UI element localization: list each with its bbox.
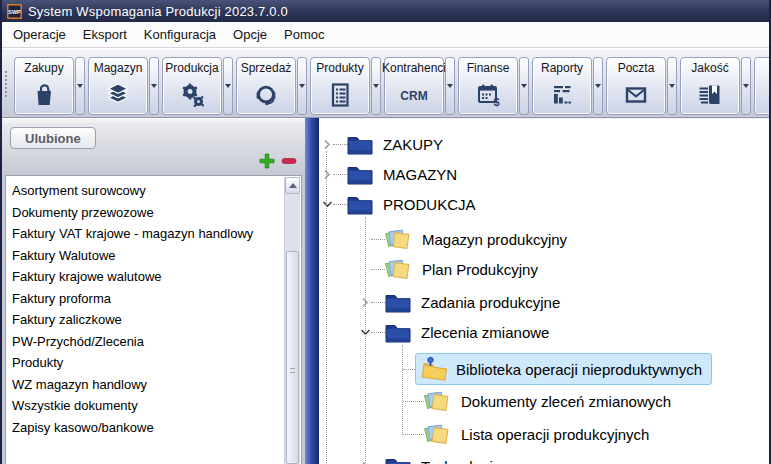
toolbar-button-label: Jakość xyxy=(691,61,728,75)
favorites-item-asortyment-surowcowy[interactable]: Asortyment surowcowy xyxy=(12,180,301,202)
favorites-item-dokumenty-przewozowe[interactable]: Dokumenty przewozowe xyxy=(12,202,301,224)
bar-chart-icon xyxy=(547,80,577,110)
toolbar-group-produkcja: Produkcja xyxy=(162,57,233,115)
menu-item-operacje[interactable]: Operacje xyxy=(6,24,73,45)
tree-item-biblioteka-operacji-nieproduktywnych[interactable]: Biblioteka operacji nieproduktywnych xyxy=(319,354,769,384)
titlebar: SWP System Wspomagania Produkcji 2023.7.… xyxy=(2,0,769,22)
toolbar-button-poczta[interactable]: Poczta xyxy=(606,57,666,115)
toolbar-dropdown-sprzedaż[interactable] xyxy=(297,57,307,115)
content-area: Ulubione Asortyment surowcowyDokumenty p… xyxy=(2,118,769,464)
favorites-item-wz-magazyn-handlowy[interactable]: WZ magazyn handlowy xyxy=(12,374,301,396)
tree-item-magazyn[interactable]: MAGAZYN xyxy=(319,159,769,189)
toolbar-button-zakupy[interactable]: Zakupy xyxy=(14,57,74,115)
menu-item-opcje[interactable]: Opcje xyxy=(226,24,274,45)
favorites-item-faktury-vat-krajowe-magazyn-handlowy[interactable]: Faktury VAT krajowe - magazyn handlowy xyxy=(12,223,301,245)
toolbar-button-kontrahenci[interactable]: KontrahenciCRM xyxy=(384,57,444,115)
swp-logo-icon: SWP xyxy=(7,4,22,19)
favorites-item-faktury-zaliczkowe[interactable]: Faktury zaliczkowe xyxy=(12,309,301,331)
tree-item-zadania-produkcyjne[interactable]: Zadania produkcyjne xyxy=(319,287,769,317)
chevron-down-icon xyxy=(77,84,83,88)
tree-item-produkcja[interactable]: PRODUKCJA xyxy=(319,189,769,219)
toolbar-button-sprzedaż[interactable]: Sprzedaż xyxy=(236,57,296,115)
toolbar-icon-holder: $ xyxy=(473,75,503,114)
scrollbar-thumb[interactable] xyxy=(286,251,299,464)
toolbar-button-jakość[interactable]: Jakość xyxy=(680,57,740,115)
tree-item-label: Dokumenty zleceń zmianowych xyxy=(461,393,671,410)
toolbar-button-label: Produkcja xyxy=(165,61,218,75)
envelope-icon xyxy=(621,80,651,110)
tree-item-zakupy[interactable]: ZAKUPY xyxy=(319,129,769,159)
toolbar-dropdown-produkcja[interactable] xyxy=(223,57,233,115)
list-doc-icon xyxy=(325,80,355,110)
favorites-item-zapisy-kasowo-bankowe[interactable]: Zapisy kasowo/bankowe xyxy=(12,417,301,439)
toolbar-button-produkcja[interactable]: Produkcja xyxy=(162,57,222,115)
svg-text:$: $ xyxy=(494,95,500,107)
folder-blue-icon xyxy=(347,134,373,155)
toolbar-button-produkty[interactable]: Produkty xyxy=(310,57,370,115)
toolbar-button-magazyn[interactable]: Magazyn xyxy=(88,57,148,115)
tree-item-label: Zlecenia zmianowe xyxy=(421,324,549,341)
menu-item-eksport[interactable]: Eksport xyxy=(76,24,134,45)
favorites-item-produkty[interactable]: Produkty xyxy=(12,352,301,374)
toolbar-dropdown-finanse[interactable] xyxy=(519,57,529,115)
scroll-up-button[interactable] xyxy=(285,177,300,194)
tree-item-label: Magazyn produkcyjny xyxy=(422,231,567,248)
toolbar-group-finanse: Finanse$ xyxy=(458,57,529,115)
tree-item-lista-operacji-produkcyjnych[interactable]: Lista operacji produkcyjnych xyxy=(319,419,769,449)
scrollbar-grip-icon xyxy=(290,368,295,373)
tree-connector-stub xyxy=(371,239,385,240)
folder-blue-icon xyxy=(385,322,411,343)
toolbar-dropdown-magazyn[interactable] xyxy=(149,57,159,115)
folder-blue-icon xyxy=(347,194,373,215)
chevron-collapsed-icon[interactable] xyxy=(321,169,333,180)
favorites-list: Asortyment surowcowyDokumenty przewozowe… xyxy=(5,175,302,464)
favorites-item-wszystkie-dokumenty[interactable]: Wszystkie dokumenty xyxy=(12,395,301,417)
minus-icon[interactable] xyxy=(281,153,297,169)
menu-item-konfiguracja[interactable]: Konfiguracja xyxy=(137,24,223,45)
tree-item-plan-produkcyjny[interactable]: Plan Produkcyjny xyxy=(319,254,769,284)
toolbar-dropdown-zakupy[interactable] xyxy=(75,57,85,115)
favorites-panel: Ulubione Asortyment surowcowyDokumenty p… xyxy=(2,118,305,464)
favorites-item-faktury-krajowe-walutowe[interactable]: Faktury krajowe walutowe xyxy=(12,266,301,288)
favorites-item-pw-przychód-zlecenia[interactable]: PW-Przychód/Zlecenia xyxy=(12,331,301,353)
navigation-tree: ZAKUPYMAGAZYNPRODUKCJAMagazyn produkcyjn… xyxy=(319,118,769,464)
toolbar-dropdown-kontrahenci[interactable] xyxy=(445,57,455,115)
tree-item-magazyn-produkcyjny[interactable]: Magazyn produkcyjny xyxy=(319,224,769,254)
toolbar-button-partial[interactable] xyxy=(754,57,771,115)
toolbar-button-raporty[interactable]: Raporty xyxy=(532,57,592,115)
chevron-expanded-icon[interactable] xyxy=(321,199,333,209)
toolbar-button-label: Kontrahenci xyxy=(382,61,446,75)
chevron-down-icon xyxy=(669,84,675,88)
tab-ulubione[interactable]: Ulubione xyxy=(10,127,96,149)
toolbar-dropdown-jakość[interactable] xyxy=(741,57,751,115)
panel-splitter[interactable] xyxy=(305,118,319,464)
plus-icon[interactable] xyxy=(259,153,275,169)
chevron-down-icon xyxy=(743,84,749,88)
book-bookmark-icon xyxy=(695,80,725,110)
menu-item-pomoc[interactable]: Pomoc xyxy=(277,24,331,45)
toolbar-dropdown-poczta[interactable] xyxy=(667,57,677,115)
tree-connector-stub xyxy=(403,401,424,402)
favorites-item-faktury-proforma[interactable]: Faktury proforma xyxy=(12,288,301,310)
toolbar-icon-holder xyxy=(177,75,207,114)
layers-icon xyxy=(103,80,133,110)
tree-item-dokumenty-zleceń-zmianowych[interactable]: Dokumenty zleceń zmianowych xyxy=(319,386,769,416)
toolbar-dropdown-produkty[interactable] xyxy=(371,57,381,115)
toolbar-dropdown-raporty[interactable] xyxy=(593,57,603,115)
chevron-down-icon xyxy=(225,84,231,88)
app-window: SWP System Wspomagania Produkcji 2023.7.… xyxy=(0,0,771,464)
toolbar-grip-handle[interactable] xyxy=(5,71,10,97)
tree-item-label: Biblioteka operacji nieproduktywnych xyxy=(456,361,702,378)
tree-connector-stub xyxy=(371,332,385,333)
toolbar-icon-holder xyxy=(29,75,59,114)
tree-item-zlecenia-zmianowe[interactable]: Zlecenia zmianowe xyxy=(319,317,769,347)
tree-item-label: Technologia xyxy=(421,458,501,464)
crm-text-icon: CRM xyxy=(397,80,431,110)
favorites-scrollbar xyxy=(284,177,300,464)
chevron-collapsed-icon[interactable] xyxy=(321,139,333,150)
toolbar-button-finanse[interactable]: Finanse$ xyxy=(458,57,518,115)
chevron-down-icon xyxy=(595,84,601,88)
notes-icon xyxy=(385,257,412,282)
tree-item-technologia[interactable]: Technologia xyxy=(319,451,769,464)
favorites-item-faktury-walutowe[interactable]: Faktury Walutowe xyxy=(12,245,301,267)
